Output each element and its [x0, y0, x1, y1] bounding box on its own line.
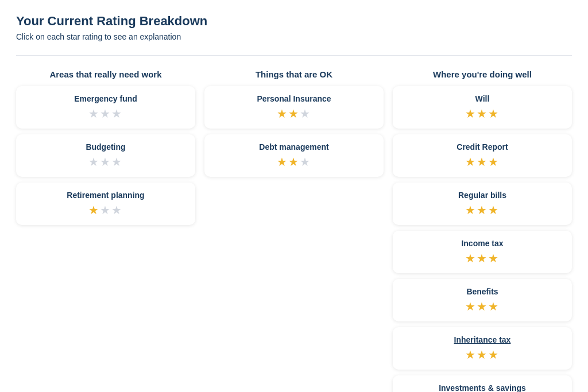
star-filled: ★ [477, 300, 488, 313]
star-empty: ★ [100, 156, 111, 168]
star-filled: ★ [465, 156, 477, 168]
star-filled: ★ [488, 204, 500, 216]
star-filled: ★ [477, 252, 488, 265]
divider [16, 55, 572, 56]
card-stars-personal-insurance: ★★★ [214, 107, 374, 121]
star-filled: ★ [488, 300, 500, 313]
card-personal-insurance[interactable]: Personal Insurance★★★ [204, 86, 384, 129]
column-doing-well: Where you're doing wellWill★★★Credit Rep… [393, 69, 572, 392]
star-empty: ★ [111, 107, 123, 120]
column-header-needs-work: Areas that really need work [16, 69, 195, 79]
card-title-debt-management: Debt management [214, 142, 374, 152]
star-filled: ★ [477, 156, 488, 168]
card-will[interactable]: Will★★★ [393, 86, 572, 129]
card-stars-will: ★★★ [402, 107, 563, 121]
card-title-will: Will [402, 94, 563, 103]
star-empty: ★ [88, 156, 100, 168]
card-investments-savings[interactable]: Investments & savings★★★ [393, 375, 572, 392]
card-title-credit-report: Credit Report [402, 142, 563, 152]
star-filled: ★ [465, 348, 477, 361]
column-things-ok: Things that are OKPersonal Insurance★★★D… [204, 69, 384, 183]
card-inheritance-tax[interactable]: Inheritance tax★★★ [393, 327, 572, 370]
star-filled: ★ [488, 107, 500, 120]
card-title-inheritance-tax: Inheritance tax [402, 335, 563, 344]
star-empty: ★ [111, 204, 123, 216]
star-empty: ★ [300, 156, 311, 168]
card-stars-credit-report: ★★★ [402, 155, 563, 169]
star-empty: ★ [100, 204, 111, 216]
star-empty: ★ [300, 107, 311, 120]
column-needs-work: Areas that really need workEmergency fun… [16, 69, 195, 231]
card-income-tax[interactable]: Income tax★★★ [393, 231, 572, 273]
star-filled: ★ [465, 252, 477, 265]
columns-container: Areas that really need workEmergency fun… [16, 69, 572, 392]
column-header-doing-well: Where you're doing well [393, 69, 572, 79]
card-title-retirement-planning: Retirement planning [25, 191, 186, 200]
card-title-benefits: Benefits [402, 287, 563, 296]
star-filled: ★ [488, 348, 500, 361]
card-stars-benefits: ★★★ [402, 300, 563, 313]
star-filled: ★ [488, 156, 500, 168]
page-container: Your Current Rating Breakdown Click on e… [0, 0, 588, 392]
card-title-investments-savings: Investments & savings [402, 383, 563, 392]
star-empty: ★ [100, 107, 111, 120]
card-stars-debt-management: ★★★ [214, 155, 374, 169]
card-title-income-tax: Income tax [402, 239, 563, 248]
card-emergency-fund[interactable]: Emergency fund★★★ [16, 86, 195, 129]
column-header-things-ok: Things that are OK [204, 69, 384, 79]
card-budgeting[interactable]: Budgeting★★★ [16, 134, 195, 177]
card-credit-report[interactable]: Credit Report★★★ [393, 134, 572, 177]
star-filled: ★ [288, 156, 300, 168]
card-stars-income-tax: ★★★ [402, 251, 563, 265]
star-filled: ★ [465, 204, 477, 216]
star-filled: ★ [88, 204, 100, 216]
page-title: Your Current Rating Breakdown [16, 14, 572, 29]
card-title-regular-bills: Regular bills [402, 191, 563, 200]
star-empty: ★ [88, 107, 100, 120]
card-stars-inheritance-tax: ★★★ [402, 348, 563, 362]
card-title-personal-insurance: Personal Insurance [214, 94, 374, 103]
card-stars-emergency-fund: ★★★ [25, 107, 186, 121]
star-filled: ★ [277, 156, 288, 168]
star-filled: ★ [277, 107, 288, 120]
page-subtitle: Click on each star rating to see an expl… [16, 32, 572, 41]
card-title-budgeting: Budgeting [25, 142, 186, 152]
star-filled: ★ [488, 252, 500, 265]
star-filled: ★ [477, 204, 488, 216]
star-filled: ★ [477, 348, 488, 361]
star-empty: ★ [111, 156, 123, 168]
card-debt-management[interactable]: Debt management★★★ [204, 134, 384, 177]
star-filled: ★ [465, 107, 477, 120]
star-filled: ★ [477, 107, 488, 120]
card-benefits[interactable]: Benefits★★★ [393, 279, 572, 321]
card-title-emergency-fund: Emergency fund [25, 94, 186, 103]
card-stars-budgeting: ★★★ [25, 155, 186, 169]
card-stars-retirement-planning: ★★★ [25, 203, 186, 217]
card-stars-regular-bills: ★★★ [402, 203, 563, 217]
star-filled: ★ [288, 107, 300, 120]
star-filled: ★ [465, 300, 477, 313]
card-retirement-planning[interactable]: Retirement planning★★★ [16, 183, 195, 225]
card-regular-bills[interactable]: Regular bills★★★ [393, 183, 572, 225]
